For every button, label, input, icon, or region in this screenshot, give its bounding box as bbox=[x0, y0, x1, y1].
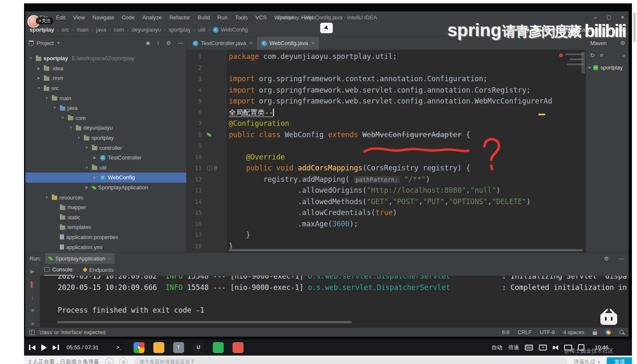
tree-item-application.properties[interactable]: application.properties bbox=[25, 232, 186, 242]
line-number[interactable]: 11 bbox=[187, 162, 203, 174]
code-line[interactable]: 14 .allowedMethods("GET","POST","PUT","O… bbox=[187, 196, 586, 207]
maven-project-item[interactable]: ▶ m sportplay bbox=[589, 64, 627, 71]
line-number[interactable]: 3 bbox=[187, 73, 203, 85]
breadcrumb-main[interactable]: main bbox=[77, 27, 88, 33]
code-line[interactable]: 16 .maxAge(3600); bbox=[187, 218, 586, 230]
tree-item-deyunjiaoyu[interactable]: ▼deyunjiaoyu bbox=[25, 123, 186, 133]
line-number[interactable]: 6 bbox=[187, 107, 203, 118]
font-style-icon[interactable]: A bbox=[119, 358, 128, 364]
expand-arrow[interactable]: ▼ bbox=[52, 106, 58, 110]
expand-arrow[interactable]: ▼ bbox=[44, 196, 50, 199]
breadcrumb-util[interactable]: util bbox=[198, 27, 206, 33]
breadcrumb-sportplay[interactable]: sportplay bbox=[169, 27, 191, 33]
typora-icon[interactable]: T bbox=[173, 342, 184, 353]
volume-icon[interactable] bbox=[553, 345, 558, 350]
line-number[interactable]: 7 bbox=[187, 118, 203, 129]
menu-navigate[interactable]: Navigate bbox=[92, 14, 114, 21]
menu-run[interactable]: Run bbox=[217, 14, 228, 21]
idea-icon[interactable]: IJ bbox=[193, 342, 204, 353]
menu-analyze[interactable]: Analyze bbox=[142, 14, 162, 21]
expand-arrow[interactable]: ▶ bbox=[92, 156, 98, 159]
expand-arrow[interactable]: ▶ bbox=[92, 175, 98, 179]
code-line[interactable]: 15 .allowCredentials(true) bbox=[187, 207, 586, 218]
maven-actions-icon[interactable]: ≡ bbox=[600, 52, 603, 58]
scrollbar-thumb[interactable] bbox=[633, 13, 636, 42]
file-encoding[interactable]: UTF-8 bbox=[540, 329, 555, 335]
line-number[interactable]: 4 bbox=[187, 85, 203, 96]
close-icon[interactable]: × bbox=[249, 40, 253, 46]
menu-view[interactable]: View bbox=[73, 14, 85, 21]
emoji-icon[interactable]: ☺ bbox=[105, 358, 113, 364]
quality-button[interactable]: 自动 bbox=[491, 344, 502, 351]
tree-item-.idea[interactable]: ▶.idea bbox=[25, 64, 186, 74]
expand-arrow[interactable]: ▼ bbox=[60, 116, 66, 120]
subtitle-icon[interactable]: A bbox=[539, 345, 547, 351]
indent-config[interactable]: 4 spaces bbox=[563, 329, 584, 335]
project-panel-header[interactable]: Project ▼ ◉ ↕ ⚙ — bbox=[25, 37, 186, 49]
line-number[interactable]: 2 bbox=[187, 62, 203, 74]
minimize-button[interactable]: – bbox=[594, 14, 597, 21]
page-scrollbar[interactable] bbox=[632, 0, 637, 364]
tree-item-src[interactable]: ▼src bbox=[25, 83, 186, 93]
code-line[interactable]: 5import org.springframework.web.servlet.… bbox=[187, 96, 586, 107]
prev-button[interactable] bbox=[29, 345, 35, 350]
danmaku-toggle-icon[interactable] bbox=[525, 345, 533, 351]
code-line[interactable]: 6全局配置类-- bbox=[187, 107, 586, 118]
run-tab-console[interactable]: Console bbox=[44, 264, 72, 276]
menu-refactor[interactable]: Refactor bbox=[169, 14, 190, 21]
menu-tools[interactable]: Tools bbox=[235, 14, 248, 21]
tree-item-util[interactable]: ▼util bbox=[25, 163, 186, 173]
expand-arrow[interactable]: ▼ bbox=[28, 56, 34, 60]
send-danmaku-button[interactable]: 发送 bbox=[607, 357, 633, 364]
caret-position[interactable]: 6:8 bbox=[502, 329, 509, 335]
code-line[interactable]: 4import org.springframework.web.servlet.… bbox=[187, 85, 586, 96]
follow-button[interactable]: +关注 bbox=[36, 17, 54, 24]
expand-arrow[interactable]: ▶ bbox=[84, 186, 90, 189]
screencast-icon[interactable] bbox=[320, 23, 333, 33]
line-number[interactable]: 12 bbox=[187, 174, 203, 185]
next-button[interactable] bbox=[53, 345, 59, 350]
tree-item-mapper[interactable]: mapper bbox=[25, 202, 186, 213]
expand-arrow[interactable]: ▼ bbox=[76, 136, 82, 140]
close-icon[interactable]: × bbox=[108, 255, 111, 262]
rerun-button[interactable]: ▶ bbox=[30, 268, 35, 274]
danmaku-etiquette-link[interactable]: 弹幕礼仪 ▼ bbox=[573, 357, 601, 364]
more-icon[interactable]: » bbox=[31, 320, 34, 327]
expand-arrow[interactable]: ▼ bbox=[36, 86, 42, 90]
close-button[interactable]: × bbox=[621, 14, 624, 21]
line-number[interactable]: 18 bbox=[187, 241, 203, 252]
soft-wrap-icon[interactable]: ≡ bbox=[31, 307, 34, 314]
breadcrumb-java[interactable]: java bbox=[96, 27, 106, 33]
chrome-icon[interactable] bbox=[605, 329, 611, 335]
line-number[interactable]: 8 bbox=[187, 129, 203, 141]
line-number[interactable]: 15 bbox=[187, 207, 203, 218]
app-red-icon[interactable] bbox=[233, 342, 244, 353]
tree-item-testcontroller[interactable]: ▶CTestController bbox=[25, 153, 186, 163]
console-horizontal-scrollbar[interactable] bbox=[57, 321, 352, 323]
line-number[interactable]: 13 bbox=[187, 185, 203, 196]
vertical-scrollbar[interactable] bbox=[581, 52, 585, 74]
code-line[interactable]: 7@Configuration bbox=[187, 118, 586, 129]
tree-item-static[interactable]: static bbox=[25, 213, 186, 223]
locate-file-icon[interactable]: ◉ bbox=[146, 40, 150, 46]
tree-item-sportplay[interactable]: ▼sportplayE:\workspace02\sportplay bbox=[25, 53, 186, 64]
code-line[interactable]: 13 .allowedOrigins("Http://localhost:808… bbox=[187, 185, 586, 196]
expand-arrow[interactable]: ▼ bbox=[68, 126, 74, 130]
code-line[interactable]: 17 } bbox=[187, 229, 586, 241]
search-icon[interactable] bbox=[619, 330, 624, 335]
breadcrumb-src[interactable]: src bbox=[62, 27, 69, 33]
code-line[interactable]: 1package com.deyunjiaoyu.sportplay.util; bbox=[187, 51, 586, 62]
breadcrumb-webconfig[interactable]: CWebConfig bbox=[213, 27, 248, 33]
scroll-icons[interactable]: ↕ bbox=[31, 294, 34, 300]
terminal-icon[interactable]: >_ bbox=[114, 342, 125, 353]
hide-panel-icon[interactable]: — bbox=[178, 40, 183, 46]
tree-item-com[interactable]: ▼com bbox=[25, 113, 186, 123]
tree-item-resources[interactable]: ▼resources bbox=[25, 192, 186, 202]
tab-webconfig.java[interactable]: CWebConfig.java× bbox=[257, 37, 319, 50]
more-icon[interactable]: » bbox=[622, 52, 625, 58]
stop-button[interactable]: ▌ bbox=[30, 281, 34, 287]
expand-arrow[interactable]: ▶ bbox=[36, 76, 42, 80]
expand-arrow[interactable]: ▶ bbox=[589, 66, 591, 69]
tree-item-sportplayapplication[interactable]: ▶SportplayApplication bbox=[25, 183, 186, 193]
code-line[interactable]: 2 bbox=[187, 62, 586, 74]
